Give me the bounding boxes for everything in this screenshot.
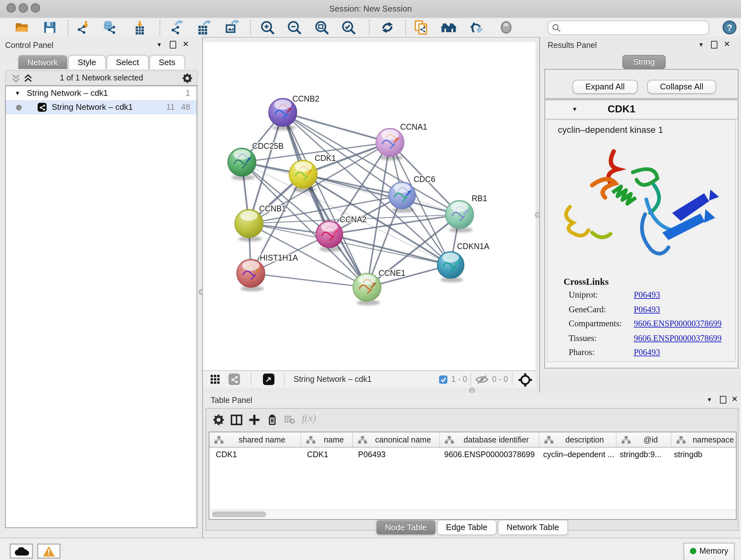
- table-cell[interactable]: stringdb:9...: [613, 448, 668, 462]
- close-panel-icon[interactable]: ✕: [724, 40, 730, 49]
- birdseye-icon[interactable]: [498, 20, 514, 35]
- gear-icon[interactable]: [182, 73, 193, 84]
- network-canvas[interactable]: CCNB2CCNA1CDC25BCDK1CDC6RB1CCNB1CCNA2CDK…: [203, 42, 536, 370]
- cloud-button[interactable]: [10, 543, 33, 559]
- zoom-out-icon[interactable]: [286, 20, 302, 35]
- column-header-canonical-name[interactable]: canonical name: [353, 432, 440, 447]
- table-cell[interactable]: CDK1: [209, 448, 300, 462]
- open-folder-icon[interactable]: [14, 20, 29, 35]
- window-title: Session: New Session: [0, 4, 741, 13]
- add-icon[interactable]: [248, 414, 260, 426]
- vertical-splitter[interactable]: [536, 42, 539, 388]
- network-node-CDC25B[interactable]: [228, 148, 256, 180]
- table-cell[interactable]: CDK1: [300, 448, 352, 462]
- float-panel-icon[interactable]: [711, 41, 718, 49]
- tab-network-table[interactable]: Network Table: [497, 520, 568, 535]
- table-cell[interactable]: 9606.ENSP00000378699: [438, 448, 537, 462]
- export-table-icon[interactable]: [197, 20, 212, 35]
- search-box: [548, 20, 709, 35]
- crosslink-label: Tissues:: [569, 333, 597, 343]
- open-in-window-icon[interactable]: [263, 374, 274, 385]
- string-network-graph[interactable]: CCNB2CCNA1CDC25BCDK1CDC6RB1CCNB1CCNA2CDK…: [203, 42, 536, 370]
- table-cell[interactable]: cyclin–dependent ...: [537, 448, 613, 462]
- refresh-icon[interactable]: [380, 20, 395, 35]
- tab-node-table[interactable]: Node Table: [376, 520, 435, 535]
- export-network-icon[interactable]: [170, 20, 185, 35]
- warning-button[interactable]: [37, 543, 61, 559]
- crosslink-link[interactable]: P06493: [634, 348, 660, 358]
- save-icon[interactable]: [42, 20, 57, 35]
- column-header-@id[interactable]: @id: [616, 432, 671, 447]
- tab-sets[interactable]: Sets: [149, 55, 185, 69]
- close-panel-icon[interactable]: ✕: [183, 40, 189, 49]
- trash-icon[interactable]: [266, 414, 278, 426]
- edge-count: 48: [181, 100, 190, 114]
- node-label-HIST1H1A: HIST1H1A: [260, 253, 298, 262]
- table-cell[interactable]: P06493: [352, 448, 438, 462]
- close-panel-icon[interactable]: ✕: [731, 395, 738, 403]
- copy-network-icon[interactable]: [414, 20, 429, 35]
- table-row[interactable]: CDK1CDK1P064939606.ENSP00000378699cyclin…: [209, 448, 736, 462]
- collection-expander-icon[interactable]: ▼: [15, 86, 20, 100]
- crosslink-link[interactable]: P06493: [634, 304, 660, 314]
- memory-status-icon: [690, 548, 696, 554]
- crosslink-link[interactable]: 9606.ENSP00000378699: [634, 333, 722, 343]
- table-cell[interactable]: stringdb: [668, 448, 737, 462]
- collapse-panel-icon[interactable]: ▼: [156, 42, 162, 48]
- network-node-HIST1H1A[interactable]: [237, 259, 265, 291]
- column-header-name[interactable]: name: [301, 432, 353, 447]
- collapse-panel-icon[interactable]: ▼: [698, 42, 704, 48]
- network-collection-row[interactable]: ▼ String Network – cdk1 1: [6, 86, 197, 100]
- tab-style[interactable]: Style: [68, 55, 106, 69]
- tab-string[interactable]: String: [622, 55, 666, 69]
- function-builder-icon[interactable]: f(x): [302, 413, 316, 424]
- tab-select[interactable]: Select: [106, 55, 148, 69]
- application-window: Session: New Session: [0, 0, 741, 560]
- table-horizontal-scrollbar[interactable]: [210, 509, 735, 518]
- network-node-CCNE1[interactable]: [353, 273, 381, 305]
- collapse-panel-icon[interactable]: ▼: [706, 396, 712, 403]
- home-neighborhood-icon[interactable]: [441, 20, 456, 35]
- hidden-eye-icon[interactable]: [475, 375, 489, 384]
- float-panel-icon[interactable]: [720, 396, 726, 403]
- import-table-icon[interactable]: [132, 20, 147, 35]
- tab-network[interactable]: Network: [18, 55, 67, 69]
- crosslink-link[interactable]: P06493: [634, 290, 660, 300]
- network-edge[interactable]: [251, 273, 367, 287]
- results-panel-title: Results Panel: [548, 41, 597, 50]
- collapse-all-button[interactable]: Collapse All: [647, 80, 716, 94]
- columns-icon[interactable]: [230, 414, 243, 427]
- crosslink-link[interactable]: 9606.ENSP00000378699: [634, 319, 722, 329]
- network-node-CCNB1[interactable]: [235, 209, 263, 241]
- network-node-CCNA1[interactable]: [376, 128, 404, 160]
- import-database-icon[interactable]: [102, 20, 117, 35]
- network-node-CDKN1A[interactable]: [437, 252, 464, 282]
- string-view-icon[interactable]: [228, 374, 240, 385]
- grid-view-icon[interactable]: [211, 375, 220, 384]
- export-image-icon[interactable]: [225, 20, 240, 35]
- column-header-shared-name[interactable]: shared name: [209, 432, 301, 447]
- zoom-in-icon[interactable]: [260, 20, 275, 35]
- zoom-fit-icon[interactable]: [314, 20, 329, 35]
- memory-button[interactable]: Memory: [684, 543, 735, 560]
- tab-edge-table[interactable]: Edge Table: [437, 520, 496, 535]
- network-row-selected[interactable]: String Network – cdk1 11 48: [6, 100, 197, 114]
- column-header-database-identifier[interactable]: database identifier: [440, 432, 539, 447]
- delete-table-icon[interactable]: [284, 414, 295, 425]
- scrollbar-thumb[interactable]: [212, 511, 266, 517]
- hide-details-icon[interactable]: [468, 20, 484, 35]
- help-icon[interactable]: ?: [722, 20, 737, 35]
- network-node-RB1[interactable]: [446, 200, 474, 233]
- float-panel-icon[interactable]: [170, 41, 176, 49]
- search-input[interactable]: [563, 22, 706, 34]
- zoom-selected-icon[interactable]: [341, 20, 356, 35]
- import-network-icon[interactable]: [76, 20, 91, 35]
- gene-section-header[interactable]: ▼ CDK1: [545, 100, 738, 119]
- column-header-namespace[interactable]: namespace: [671, 432, 737, 447]
- expand-all-button[interactable]: Expand All: [572, 80, 637, 94]
- selected-checkbox-icon[interactable]: [439, 375, 448, 384]
- column-header-description[interactable]: description: [539, 432, 616, 447]
- fit-content-crosshair-icon[interactable]: [518, 373, 532, 387]
- gear-icon[interactable]: [212, 414, 225, 426]
- section-expander-icon[interactable]: ▼: [572, 106, 578, 112]
